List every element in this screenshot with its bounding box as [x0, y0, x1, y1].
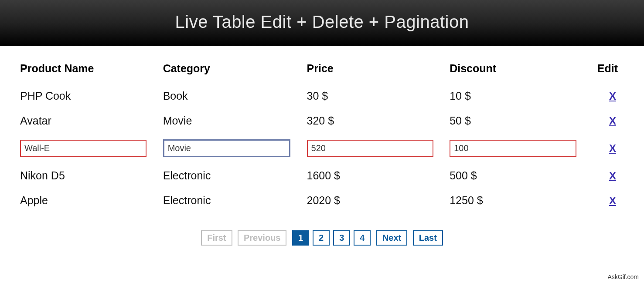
page-number-3[interactable]: 3 [333, 230, 350, 246]
cell-name[interactable]: Avatar [17, 108, 160, 133]
cell-category[interactable]: Electronic [160, 188, 304, 213]
page-next-button[interactable]: Next [376, 230, 407, 246]
table-header-row: Product Name Category Price Discount Edi… [17, 59, 627, 84]
col-edit: Edit [590, 59, 627, 84]
page-number-1[interactable]: 1 [292, 230, 309, 246]
cell-category[interactable]: Movie [160, 108, 304, 133]
watermark: AskGif.com [607, 273, 639, 280]
col-price: Price [304, 59, 447, 84]
cell-price [304, 133, 447, 163]
table-row: AppleElectronic2020 $1250 $X [17, 188, 627, 213]
content-area: Product Name Category Price Discount Edi… [0, 46, 644, 246]
cell-edit: X [590, 188, 627, 213]
page-number-4[interactable]: 4 [354, 230, 371, 246]
cell-category [160, 133, 304, 163]
page-first-button[interactable]: First [201, 230, 232, 246]
discount-input[interactable] [450, 140, 576, 157]
delete-button[interactable]: X [609, 142, 616, 154]
cell-name[interactable]: Nikon D5 [17, 163, 160, 188]
page-title: Live Table Edit + Delete + Pagination [175, 12, 469, 31]
delete-button[interactable]: X [609, 90, 616, 102]
cell-discount[interactable]: 500 $ [447, 163, 590, 188]
col-product-name: Product Name [17, 59, 160, 84]
cell-category[interactable]: Electronic [160, 163, 304, 188]
cell-discount [447, 133, 590, 163]
cell-name[interactable]: PHP Cook [17, 84, 160, 108]
table-row: Nikon D5Electronic1600 $500 $X [17, 163, 627, 188]
page-header: Live Table Edit + Delete + Pagination [0, 0, 644, 46]
cell-discount[interactable]: 1250 $ [447, 188, 590, 213]
page-number-2[interactable]: 2 [313, 230, 330, 246]
cell-discount[interactable]: 50 $ [447, 108, 590, 133]
page-last-button[interactable]: Last [413, 230, 443, 246]
cell-discount[interactable]: 10 $ [447, 84, 590, 108]
name-input[interactable] [20, 140, 147, 157]
cell-edit: X [590, 133, 627, 163]
cell-price[interactable]: 1600 $ [304, 163, 447, 188]
col-category: Category [160, 59, 304, 84]
col-discount: Discount [447, 59, 590, 84]
cell-price[interactable]: 30 $ [304, 84, 447, 108]
table-row: X [17, 133, 627, 163]
cell-edit: X [590, 84, 627, 108]
delete-button[interactable]: X [609, 170, 616, 182]
delete-button[interactable]: X [609, 195, 616, 206]
price-input[interactable] [307, 140, 433, 157]
delete-button[interactable]: X [609, 115, 616, 127]
cell-edit: X [590, 108, 627, 133]
pagination: First Previous 1234 Next Last [17, 230, 627, 246]
cell-category[interactable]: Book [160, 84, 304, 108]
cell-price[interactable]: 320 $ [304, 108, 447, 133]
cell-name [17, 133, 160, 163]
cell-name[interactable]: Apple [17, 188, 160, 213]
category-input[interactable] [163, 139, 290, 157]
cell-price[interactable]: 2020 $ [304, 188, 447, 213]
product-table: Product Name Category Price Discount Edi… [17, 59, 627, 213]
table-row: PHP CookBook30 $10 $X [17, 84, 627, 108]
cell-edit: X [590, 163, 627, 188]
table-row: AvatarMovie320 $50 $X [17, 108, 627, 133]
page-previous-button[interactable]: Previous [238, 230, 286, 246]
